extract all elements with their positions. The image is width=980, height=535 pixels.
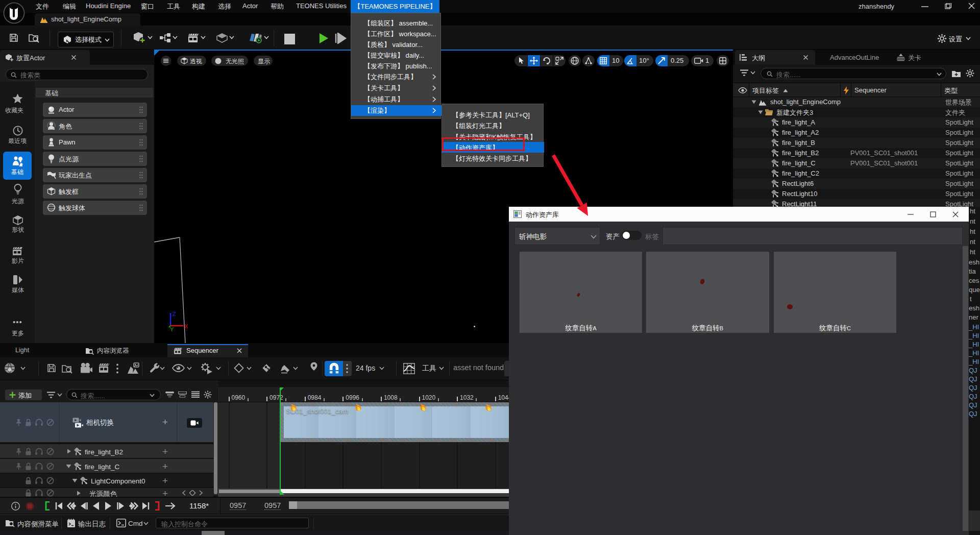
svg-text:X: X (184, 323, 188, 329)
svg-text:Y: Y (170, 326, 174, 331)
svg-text:Z: Z (173, 311, 176, 317)
